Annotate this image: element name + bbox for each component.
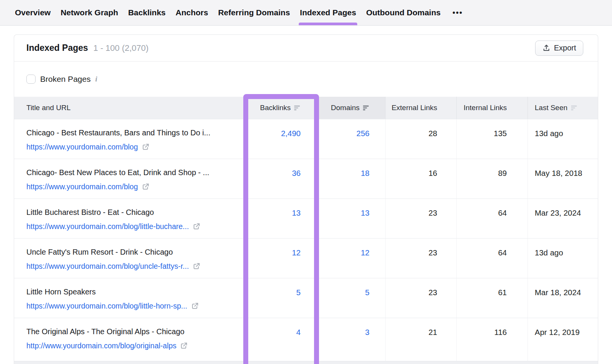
external-link-icon[interactable] bbox=[142, 143, 150, 151]
sort-icon bbox=[363, 105, 369, 111]
column-header-last-seen[interactable]: Last Seen bbox=[528, 97, 598, 119]
export-icon bbox=[542, 44, 550, 52]
page-title: Little Horn Speakers bbox=[26, 287, 233, 297]
backlinks-count-link[interactable]: 12 bbox=[292, 248, 301, 257]
backlinks-count-link[interactable]: 5 bbox=[296, 288, 301, 297]
indexed-pages-card: Indexed Pages 1 - 100 (2,070) Export Bro… bbox=[14, 34, 598, 364]
table-header: Title and URL Backlinks Domains External… bbox=[14, 97, 598, 119]
page-url-link[interactable]: https://www.yourdomain.com/blog/uncle-fa… bbox=[26, 262, 189, 271]
column-header-domains[interactable]: Domains bbox=[319, 97, 386, 119]
domains-count-link[interactable]: 13 bbox=[361, 208, 369, 217]
report-tabs-bar: Overview Network Graph Backlinks Anchors… bbox=[0, 0, 612, 26]
last-seen-value: Mar 18, 2024 bbox=[528, 278, 598, 318]
internal-links-count: 64 bbox=[457, 199, 528, 238]
external-links-count: 23 bbox=[386, 278, 457, 318]
export-button[interactable]: Export bbox=[535, 41, 583, 56]
title-url-cell: Chicago- Best New Places to Eat, Drink a… bbox=[14, 159, 241, 198]
title-url-cell: The Original Alps - The Original Alps - … bbox=[14, 318, 241, 361]
title-url-cell: Chicago - Best Restaurants, Bars and Thi… bbox=[14, 119, 241, 159]
table-row: Uncle Fatty's Rum Resort - Drink - Chica… bbox=[14, 238, 598, 278]
broken-pages-label: Broken Pages bbox=[40, 75, 91, 84]
page-url-link[interactable]: https://www.yourdomain.com/blog bbox=[26, 143, 138, 151]
backlinks-count-link[interactable]: 13 bbox=[292, 208, 301, 217]
external-links-count: 21 bbox=[386, 318, 457, 361]
card-title: Indexed Pages bbox=[26, 43, 88, 53]
column-header-backlinks[interactable]: Backlinks bbox=[241, 97, 319, 119]
external-link-icon[interactable] bbox=[142, 183, 150, 191]
external-links-count: 16 bbox=[386, 159, 457, 198]
internal-links-count: 64 bbox=[457, 239, 528, 278]
info-icon[interactable]: i bbox=[95, 75, 97, 83]
column-header-external-links: External Links bbox=[386, 97, 457, 119]
backlinks-count-link[interactable]: 2,490 bbox=[281, 129, 301, 138]
external-links-count: 28 bbox=[386, 119, 457, 159]
filter-row: Broken Pages i bbox=[14, 62, 598, 97]
last-seen-value: May 18, 2018 bbox=[528, 159, 598, 198]
table-row: Little Horn Speakers https://www.yourdom… bbox=[14, 278, 598, 318]
card-header: Indexed Pages 1 - 100 (2,070) Export bbox=[14, 35, 598, 62]
domains-count-link[interactable]: 5 bbox=[365, 288, 369, 297]
page-url-link[interactable]: http://www.yourdomain.com/blog/original-… bbox=[26, 341, 176, 350]
last-seen-value: 13d ago bbox=[528, 239, 598, 278]
column-header-title-url: Title and URL bbox=[14, 97, 241, 119]
sort-icon bbox=[294, 105, 301, 111]
page-title: Chicago - Best Restaurants, Bars and Thi… bbox=[26, 128, 233, 138]
tab-anchors[interactable]: Anchors bbox=[175, 0, 208, 25]
table-row: Chicago- Best New Places to Eat, Drink a… bbox=[14, 159, 598, 198]
title-url-cell: Uncle Fatty's Rum Resort - Drink - Chica… bbox=[14, 239, 241, 278]
external-link-icon[interactable] bbox=[192, 262, 200, 270]
page-url-link[interactable]: https://www.yourdomain.com/blog/little-b… bbox=[26, 222, 189, 231]
tab-backlinks[interactable]: Backlinks bbox=[128, 0, 166, 25]
external-links-count: 23 bbox=[386, 199, 457, 238]
tab-outbound-domains[interactable]: Outbound Domains bbox=[366, 0, 441, 25]
tab-referring-domains[interactable]: Referring Domains bbox=[218, 0, 290, 25]
external-link-icon[interactable] bbox=[192, 223, 200, 231]
internal-links-count: 61 bbox=[457, 278, 528, 318]
table-row: Chicago - Best Restaurants, Bars and Thi… bbox=[14, 119, 598, 159]
more-tabs-button[interactable]: ••• bbox=[452, 0, 463, 25]
page-title: Chicago- Best New Places to Eat, Drink a… bbox=[26, 168, 233, 177]
ellipsis-icon: ••• bbox=[452, 8, 463, 17]
page-url-link[interactable]: https://www.yourdomain.com/blog/little-h… bbox=[26, 302, 187, 310]
result-range-label: 1 - 100 (2,070) bbox=[93, 43, 148, 53]
domains-count-link[interactable]: 12 bbox=[361, 248, 369, 257]
page-title: Uncle Fatty's Rum Resort - Drink - Chica… bbox=[26, 247, 233, 257]
external-link-icon[interactable] bbox=[191, 302, 199, 310]
tab-network-graph[interactable]: Network Graph bbox=[60, 0, 119, 25]
internal-links-count: 135 bbox=[457, 119, 528, 159]
table-row: The Original Alps - The Original Alps - … bbox=[14, 318, 598, 361]
backlinks-count-link[interactable]: 36 bbox=[292, 169, 301, 177]
tab-overview[interactable]: Overview bbox=[15, 0, 51, 25]
last-seen-value: 13d ago bbox=[528, 119, 598, 159]
table-footer-strip bbox=[14, 361, 598, 364]
last-seen-value: Mar 23, 2024 bbox=[528, 199, 598, 238]
title-url-cell: Little Horn Speakers https://www.yourdom… bbox=[14, 278, 241, 318]
title-url-cell: Little Bucharest Bistro - Eat - Chicago … bbox=[14, 199, 241, 238]
internal-links-count: 116 bbox=[457, 318, 528, 361]
column-header-internal-links: Internal Links bbox=[457, 97, 528, 119]
export-button-label: Export bbox=[554, 44, 576, 52]
internal-links-count: 89 bbox=[457, 159, 528, 198]
sort-icon bbox=[571, 105, 578, 111]
page-title: Little Bucharest Bistro - Eat - Chicago bbox=[26, 208, 233, 217]
broken-pages-checkbox[interactable] bbox=[26, 75, 36, 84]
active-tab-underline bbox=[299, 23, 357, 25]
domains-count-link[interactable]: 256 bbox=[356, 129, 369, 138]
domains-count-link[interactable]: 3 bbox=[365, 328, 369, 336]
table-row: Little Bucharest Bistro - Eat - Chicago … bbox=[14, 198, 598, 238]
last-seen-value: Apr 12, 2019 bbox=[528, 318, 598, 361]
tab-indexed-pages[interactable]: Indexed Pages bbox=[299, 0, 356, 25]
external-links-count: 23 bbox=[386, 239, 457, 278]
domains-count-link[interactable]: 18 bbox=[361, 169, 369, 177]
page-url-link[interactable]: https://www.yourdomain.com/blog bbox=[26, 182, 138, 191]
page-title: The Original Alps - The Original Alps - … bbox=[26, 327, 233, 336]
backlinks-count-link[interactable]: 4 bbox=[296, 328, 301, 336]
external-link-icon[interactable] bbox=[180, 342, 188, 350]
